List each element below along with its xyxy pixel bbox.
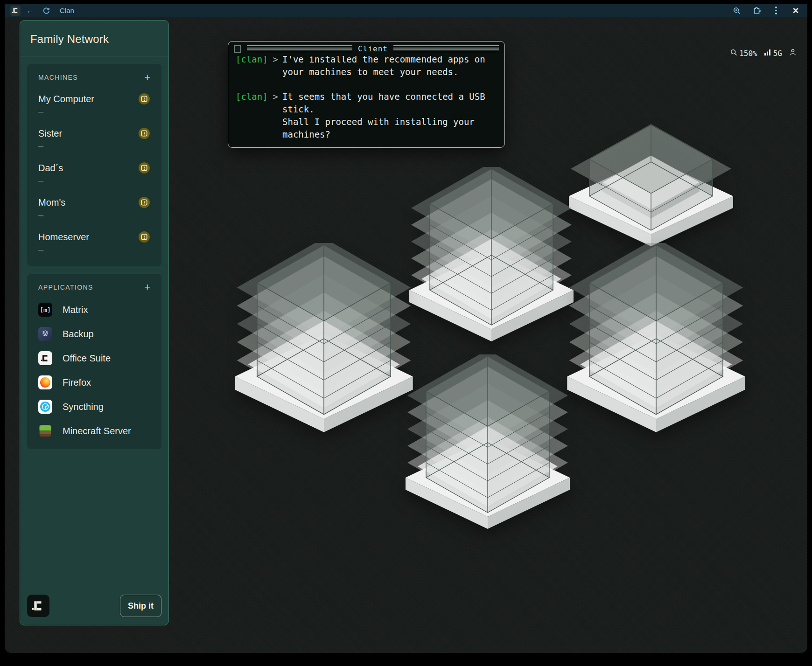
ship-it-button[interactable]: Ship it	[120, 595, 161, 617]
terminal-message: [clan]>It seems that you have connected …	[236, 90, 497, 141]
network-title: Family Network	[30, 33, 158, 46]
terminal-body[interactable]: [clan]>I've installed the recommended ap…	[228, 56, 504, 147]
applications-label: APPLICATIONS	[38, 284, 93, 291]
application-item[interactable]: Backup	[38, 327, 150, 341]
alert-badge-icon[interactable]	[138, 196, 150, 208]
add-application-button[interactable]: +	[144, 282, 150, 292]
application-item[interactable]: Syncthing	[38, 400, 150, 414]
add-machine-button[interactable]: +	[144, 72, 150, 83]
machine-status: –	[38, 106, 94, 117]
clan-logo-icon	[27, 595, 49, 617]
signal-bars-icon	[764, 49, 772, 58]
machine-item[interactable]: Mom's–	[38, 197, 150, 221]
machines-panel: MACHINES + My Computer–Sister–Dad´s–Mom'…	[27, 64, 161, 266]
alert-badge-icon[interactable]	[138, 162, 150, 174]
machine-node-tall[interactable]	[233, 243, 415, 434]
minecraft-icon	[38, 424, 52, 438]
firefox-icon	[38, 375, 52, 389]
sidebar-header: Family Network	[20, 21, 168, 56]
machine-item[interactable]: Dad´s–	[38, 163, 150, 186]
tab-title[interactable]: Clan	[60, 7, 727, 14]
statusbar: 150% 5G	[730, 48, 797, 58]
terminal-titlebar[interactable]: Client	[228, 42, 504, 56]
applications-panel: APPLICATIONS + [m]MatrixBackupOffice Sui…	[27, 274, 161, 449]
machine-name: Sister	[38, 128, 62, 139]
browser-topbar: ← Clan ×	[5, 4, 807, 17]
message-text: It seems that you have connected a USB s…	[282, 90, 485, 141]
back-arrow-icon[interactable]: ←	[24, 5, 36, 16]
matrix-icon: [m]	[38, 303, 52, 317]
machine-node-tall[interactable]	[404, 354, 572, 531]
sidebar-footer: Ship it	[20, 588, 168, 625]
message-sender: [clan]	[236, 90, 268, 141]
terminal-title: Client	[358, 44, 388, 53]
message-sender: [clan]	[236, 56, 268, 78]
backup-icon	[38, 327, 52, 341]
machine-status: –	[38, 141, 62, 152]
application-name: Backup	[63, 329, 94, 340]
machine-item[interactable]: Homeserver–	[38, 232, 150, 255]
office-suite-icon	[38, 351, 52, 365]
machine-node-tall[interactable]	[565, 243, 747, 434]
application-item[interactable]: [m]Matrix	[38, 303, 150, 317]
alert-badge-icon[interactable]	[138, 93, 150, 105]
message-prompt: >	[268, 56, 282, 78]
machine-name: Dad´s	[38, 163, 63, 173]
machine-item[interactable]: Sister–	[38, 128, 150, 152]
user-icon[interactable]	[789, 48, 797, 58]
magnifier-icon	[730, 49, 738, 58]
titlebar-stripes	[247, 45, 352, 52]
application-item[interactable]: Minecraft Server	[38, 424, 150, 438]
client-terminal-window[interactable]: Client [clan]>I've installed the recomme…	[228, 41, 505, 148]
terminal-message: [clan]>I've installed the recommended ap…	[236, 56, 497, 78]
machines-label: MACHINES	[38, 74, 78, 81]
application-item[interactable]: Office Suite	[38, 351, 150, 365]
machines-list: My Computer–Sister–Dad´s–Mom's–Homeserve…	[38, 94, 150, 255]
alert-badge-icon[interactable]	[138, 127, 150, 139]
window-box-icon[interactable]	[234, 45, 241, 53]
machine-node-tall[interactable]	[407, 167, 575, 343]
application-name: Office Suite	[63, 353, 111, 364]
zoom-level: 150%	[739, 49, 757, 58]
machine-name: Mom's	[38, 197, 65, 208]
application-name: Matrix	[63, 305, 88, 315]
machine-name: My Computer	[38, 94, 94, 104]
refresh-icon[interactable]	[40, 5, 52, 16]
machine-status: –	[38, 244, 89, 255]
alert-badge-icon[interactable]	[138, 231, 150, 243]
machine-status: –	[38, 175, 63, 186]
machine-item[interactable]: My Computer–	[38, 94, 150, 117]
machine-status: –	[38, 210, 65, 221]
titlebar-stripes	[393, 45, 499, 52]
application-name: Firefox	[63, 377, 91, 388]
zoom-in-icon[interactable]	[731, 5, 743, 16]
family-network-sidebar: Family Network MACHINES + My Computer–Si…	[20, 20, 169, 625]
clan-favicon-icon	[10, 6, 21, 16]
application-item[interactable]: Firefox	[38, 375, 150, 389]
screen: ← Clan ×	[0, 0, 812, 666]
message-prompt: >	[268, 90, 282, 141]
application-name: Syncthing	[63, 402, 104, 412]
applications-list: [m]MatrixBackupOffice SuiteFirefoxSyncth…	[38, 303, 150, 438]
menu-icon[interactable]	[770, 5, 782, 16]
application-name: Minecraft Server	[63, 426, 131, 437]
network-label: 5G	[773, 49, 782, 58]
machine-node-short[interactable]	[567, 123, 735, 246]
message-text: I've installed the recommended apps on y…	[282, 56, 485, 78]
syncthing-icon	[38, 400, 52, 414]
machine-name: Homeserver	[38, 232, 89, 243]
extensions-icon[interactable]	[750, 5, 763, 16]
close-icon[interactable]: ×	[790, 5, 802, 16]
